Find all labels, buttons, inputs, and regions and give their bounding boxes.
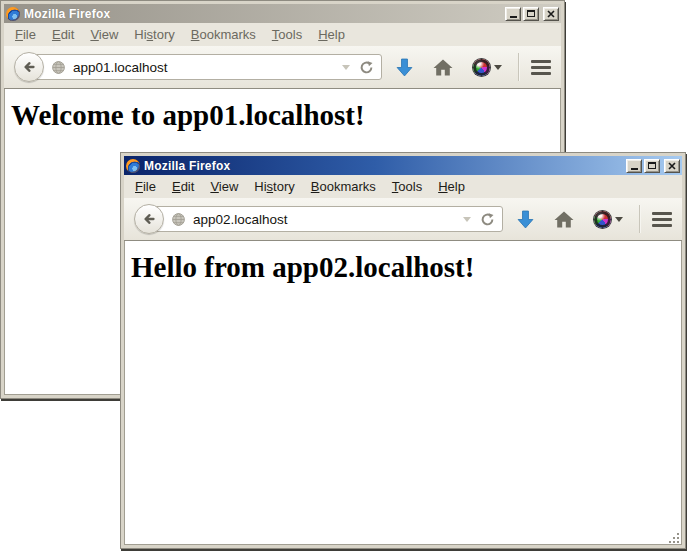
- navigation-toolbar: app01.localhost: [4, 46, 561, 89]
- page-heading: Hello from app02.localhost!: [131, 251, 681, 284]
- window-controls: [505, 7, 559, 21]
- firefox-logo-icon: [126, 159, 140, 173]
- page-heading: Welcome to app01.localhost!: [11, 99, 560, 132]
- hamburger-icon: [531, 60, 551, 75]
- url-bar[interactable]: app02.localhost: [148, 206, 503, 232]
- window-controls: [626, 159, 680, 173]
- menu-edit[interactable]: Edit: [164, 176, 202, 197]
- menu-view[interactable]: View: [202, 176, 246, 197]
- minimize-icon: [510, 16, 517, 18]
- menu-bookmarks[interactable]: Bookmarks: [303, 176, 384, 197]
- url-history-dropdown-icon[interactable]: [463, 217, 471, 222]
- home-icon: [554, 211, 574, 228]
- home-icon: [433, 59, 453, 76]
- menu-edit[interactable]: Edit: [44, 24, 82, 45]
- toolbar-separator: [518, 53, 519, 81]
- addon-dropdown-caret-icon: [494, 65, 502, 70]
- url-text: app02.localhost: [193, 212, 456, 227]
- url-text: app01.localhost: [73, 60, 335, 75]
- addon-button[interactable]: [473, 59, 502, 76]
- home-button[interactable]: [433, 59, 453, 76]
- menu-help[interactable]: Help: [430, 176, 473, 197]
- maximize-button[interactable]: [523, 7, 539, 21]
- back-button[interactable]: [134, 204, 164, 234]
- close-button[interactable]: [664, 159, 680, 173]
- minimize-icon: [631, 168, 638, 170]
- back-button[interactable]: [14, 52, 44, 82]
- close-icon: [668, 162, 676, 170]
- menu-history[interactable]: History: [246, 176, 302, 197]
- minimize-button[interactable]: [505, 7, 521, 21]
- menu-bar: File Edit View History Bookmarks Tools H…: [4, 23, 561, 46]
- hamburger-icon: [652, 212, 672, 227]
- close-icon: [547, 10, 555, 18]
- addon-button[interactable]: [594, 211, 623, 228]
- app-menu-button[interactable]: [652, 212, 672, 227]
- download-icon: [517, 210, 534, 229]
- menu-file[interactable]: File: [7, 24, 44, 45]
- menu-bar: File Edit View History Bookmarks Tools H…: [124, 175, 682, 198]
- desktop: Mozilla Firefox File Edit View History B…: [0, 0, 688, 551]
- back-arrow-icon: [21, 59, 37, 75]
- maximize-icon: [648, 162, 656, 169]
- menu-help[interactable]: Help: [310, 24, 353, 45]
- page-content: Hello from app02.localhost!: [124, 241, 682, 545]
- firefox-window-app02: Mozilla Firefox File Edit View History B…: [120, 152, 686, 549]
- menu-tools[interactable]: Tools: [264, 24, 310, 45]
- titlebar[interactable]: Mozilla Firefox: [124, 156, 682, 175]
- site-identity-globe-icon[interactable]: [171, 212, 186, 227]
- firefox-logo-icon: [6, 7, 20, 21]
- color-wheel-icon: [594, 211, 611, 228]
- download-button[interactable]: [396, 58, 413, 77]
- color-wheel-icon: [473, 59, 490, 76]
- reload-icon[interactable]: [359, 60, 374, 75]
- app-menu-button[interactable]: [531, 60, 551, 75]
- window-title: Mozilla Firefox: [144, 159, 622, 173]
- menu-view[interactable]: View: [82, 24, 126, 45]
- site-identity-globe-icon[interactable]: [51, 60, 66, 75]
- download-button[interactable]: [517, 210, 534, 229]
- titlebar[interactable]: Mozilla Firefox: [4, 4, 561, 23]
- window-title: Mozilla Firefox: [24, 7, 501, 21]
- minimize-button[interactable]: [626, 159, 642, 173]
- download-icon: [396, 58, 413, 77]
- menu-bookmarks[interactable]: Bookmarks: [183, 24, 264, 45]
- menu-history[interactable]: History: [126, 24, 182, 45]
- navigation-toolbar: app02.localhost: [124, 198, 682, 241]
- back-arrow-icon: [141, 211, 157, 227]
- maximize-icon: [527, 10, 535, 17]
- home-button[interactable]: [554, 211, 574, 228]
- close-button[interactable]: [543, 7, 559, 21]
- addon-dropdown-caret-icon: [615, 217, 623, 222]
- menu-file[interactable]: File: [127, 176, 164, 197]
- maximize-button[interactable]: [644, 159, 660, 173]
- resize-grip[interactable]: [668, 532, 681, 545]
- url-bar[interactable]: app01.localhost: [28, 54, 382, 80]
- reload-icon[interactable]: [480, 212, 495, 227]
- menu-tools[interactable]: Tools: [384, 176, 430, 197]
- toolbar-separator: [639, 205, 640, 233]
- url-history-dropdown-icon[interactable]: [342, 65, 350, 70]
